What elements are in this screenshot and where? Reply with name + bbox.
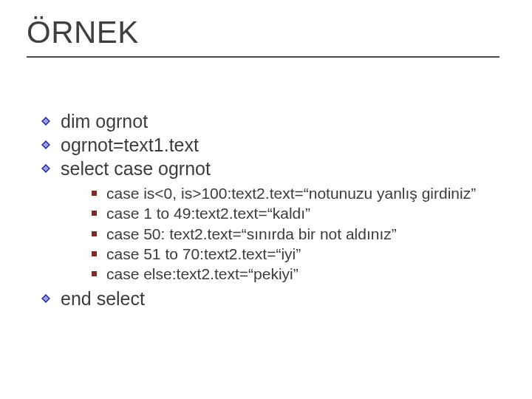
list-item: ogrnot=text1.text	[41, 133, 502, 157]
diamond-bullet-icon	[41, 164, 50, 173]
content-area: dim ogrnot ogrnot=text1.text select case…	[41, 109, 502, 310]
slide: ÖRNEK dim ogrnot ogrnot=text1.text	[0, 0, 532, 399]
diamond-bullet-icon	[41, 140, 50, 149]
sub-bullet-text: case 1 to 49:text2.text=“kaldı”	[106, 205, 310, 222]
diamond-bullet-icon	[41, 117, 50, 126]
list-item: select case ogrnot case is<0, is>100:tex…	[41, 157, 502, 284]
title-underline	[27, 56, 499, 58]
title-block: ÖRNEK	[27, 15, 505, 58]
bullet-text: dim ogrnot	[61, 111, 148, 132]
bullet-list: dim ogrnot ogrnot=text1.text select case…	[41, 109, 502, 310]
diamond-bullet-icon	[41, 294, 50, 303]
sub-bullet-text: case is<0, is>100:text2.text=“notunuzu y…	[106, 185, 476, 202]
list-item: dim ogrnot	[41, 109, 502, 133]
list-item: case 1 to 49:text2.text=“kaldı”	[92, 203, 502, 223]
list-item: case is<0, is>100:text2.text=“notunuzu y…	[92, 183, 502, 203]
list-item: case else:text2.text=“pekiyi”	[92, 264, 502, 284]
list-item: end select	[41, 287, 502, 310]
sub-list: case is<0, is>100:text2.text=“notunuzu y…	[61, 183, 502, 284]
slide-title: ÖRNEK	[27, 15, 505, 50]
bullet-text: select case ogrnot	[61, 158, 211, 179]
sub-bullet-text: case else:text2.text=“pekiyi”	[106, 265, 299, 282]
bullet-text: end select	[61, 288, 145, 309]
list-item: case 51 to 70:text2.text=“iyi”	[92, 244, 502, 264]
bullet-text: ogrnot=text1.text	[61, 134, 199, 155]
sub-bullet-text: case 50: text2.text=“sınırda bir not ald…	[106, 225, 397, 242]
sub-bullet-text: case 51 to 70:text2.text=“iyi”	[106, 245, 301, 262]
list-item: case 50: text2.text=“sınırda bir not ald…	[92, 224, 502, 244]
